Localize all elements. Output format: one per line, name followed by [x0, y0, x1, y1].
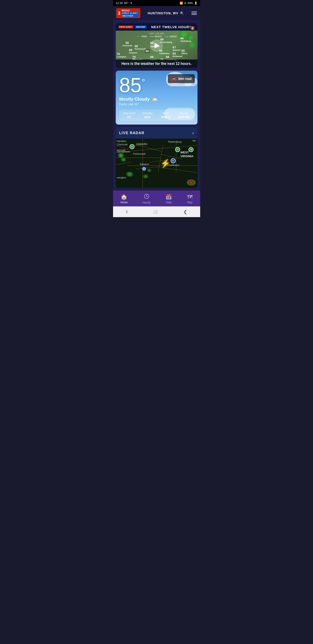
- menu-button[interactable]: [191, 12, 197, 15]
- video-card: FIRST ALERT WEATHER NEXT TWELVE HOURS SA…: [116, 23, 198, 68]
- mute-button[interactable]: 🔇: [189, 25, 196, 31]
- video-title: NEXT TWELVE HOURS: [148, 25, 195, 29]
- notification-icon: ✕: [130, 1, 132, 5]
- interstate-71: 71: [130, 144, 134, 149]
- main-content: FIRST ALERT WEATHER NEXT TWELVE HOURS SA…: [113, 20, 200, 190]
- play-button[interactable]: [150, 39, 163, 52]
- hamburger-line2: [191, 13, 197, 14]
- radar-blob-a: [117, 153, 124, 158]
- first-alert-badge: FIRST ALERT: [118, 26, 133, 28]
- wet-road-label: Wet road: [178, 77, 192, 80]
- radar-map[interactable]: Hamilton Cincinnati ncinnati . Chillicot…: [116, 139, 198, 188]
- search-icon[interactable]: 🔍: [180, 12, 184, 15]
- humidity-value: 62%: [139, 116, 156, 119]
- legend-snow: SNOW: [164, 35, 177, 38]
- road-d3: [160, 154, 182, 159]
- app-header: 3 WSAZ FIRST ALERT WEATHER HUNTINGTON, W…: [113, 6, 200, 20]
- status-bar: 12:30 85° ✕ 📶 ⊘ 69% 🔋: [113, 0, 200, 6]
- legend-dot-snow: [164, 36, 169, 37]
- interstate-77-mid: 77: [171, 158, 176, 163]
- temp-lexington: 70Lexington: [117, 52, 126, 58]
- location-dot: [143, 167, 146, 170]
- video-overlay: FIRST ALERT WEATHER NEXT TWELVE HOURS: [116, 23, 198, 31]
- battery-display: 69%: [187, 2, 193, 5]
- label-cincinnati: Cincinnati: [117, 143, 128, 146]
- radar-blob-c: [126, 172, 134, 177]
- recent-apps-button[interactable]: ⦀: [126, 209, 128, 214]
- weather-badge: WEATHER: [135, 26, 146, 28]
- radar-blob-f: [147, 169, 151, 172]
- home-icon: 🏠: [121, 194, 127, 200]
- radar-title: LIVE RADAR: [119, 131, 145, 135]
- sunset-label: Sunset: [175, 112, 193, 115]
- temp-status: 85°: [124, 1, 129, 5]
- home-button[interactable]: ⬜: [153, 210, 158, 214]
- logo-number: 3: [118, 11, 120, 16]
- radar-blob-e: [187, 179, 196, 186]
- road-d6: [116, 162, 131, 165]
- home-label: Home: [120, 201, 128, 204]
- stat-wind: Wind SSW 6: [157, 112, 174, 119]
- wifi-icon: 📶: [180, 2, 183, 5]
- stat-sunset: Sunset 8:37 PM: [175, 112, 193, 119]
- nav-map[interactable]: 🗺 Map: [185, 193, 195, 205]
- nav-daily[interactable]: 📅 Daily: [163, 193, 175, 205]
- legend-dot-rain: [136, 36, 141, 37]
- weather-stats: Dew Point 71° Humidity 62% Wind SSW 6 Su…: [119, 110, 194, 121]
- road-v3: [176, 141, 176, 172]
- alarm-icon: ⊘: [184, 2, 186, 5]
- wet-road-icon: 🚗: [171, 76, 177, 82]
- legend-snow-label: SNOW: [170, 35, 177, 38]
- wind-value: SSW 6: [157, 116, 174, 119]
- dew-point-value: 71°: [121, 116, 138, 119]
- logo-weather: WEATHER: [122, 14, 139, 17]
- mute-icon: 🔇: [190, 26, 195, 31]
- radar-header[interactable]: LIVE RADAR ›: [116, 127, 198, 139]
- video-caption: Here is the weather for the next 12 hour…: [116, 60, 198, 68]
- sunset-value: 8:37 PM: [175, 116, 193, 119]
- temp-huntington: 68: [145, 49, 150, 53]
- bottom-nav: 🏠 Home Hourly 📅 Daily 🗺 Map: [113, 190, 200, 206]
- time-display: 12:30: [116, 1, 123, 5]
- location-text: HUNTINGTON, WV: [148, 12, 178, 15]
- stat-humidity: Humidity 62%: [139, 112, 156, 119]
- condition-text: Mostly Cloudy: [119, 96, 150, 102]
- logo-text: WSAZ FIRST ALERT WEATHER: [122, 9, 139, 17]
- daily-label: Daily: [166, 201, 172, 204]
- stat-dew-point: Dew Point 71°: [121, 112, 138, 119]
- radar-blob-d: [143, 174, 149, 178]
- radar-blob-b: [121, 158, 126, 162]
- legend-mixed-label: MIXED: [155, 35, 162, 38]
- label-parkersburg: Parkersburg: [168, 140, 182, 143]
- battery-icon: 🔋: [194, 2, 198, 5]
- radar-card: LIVE RADAR ›: [116, 127, 198, 188]
- hamburger-line1: [191, 12, 197, 12]
- app-logo: 3 WSAZ FIRST ALERT WEATHER: [116, 8, 140, 18]
- wet-road-badge: 🚗 Wet road: [168, 74, 195, 83]
- condition-icon: ⛅: [151, 96, 158, 102]
- degree-symbol: °: [142, 77, 145, 87]
- weather-card: 🚗 Wet road 85° Mostly Cloudy ⛅ Feels Lik…: [116, 71, 198, 124]
- road-d7: [136, 166, 160, 169]
- label-chillicothe: Chillicothe: [136, 143, 148, 145]
- condition-row: Mostly Cloudy ⛅: [119, 96, 194, 102]
- temp-cincinnati: 69Cincinnati: [122, 41, 132, 47]
- nav-hourly[interactable]: Hourly: [140, 193, 153, 205]
- road-d8: [160, 167, 197, 173]
- video-time: SAT 1:00 AM: [116, 32, 198, 35]
- back-button[interactable]: ❮: [183, 209, 187, 214]
- label-portsmouth: Portsmouth: [133, 152, 146, 155]
- temperature-value: 85: [119, 74, 142, 96]
- legend-rain: RAIN: [136, 35, 147, 38]
- humidity-label: Humidity: [139, 112, 156, 115]
- label-mc: Mc: [193, 139, 196, 142]
- status-left: 12:30 85° ✕: [116, 1, 132, 5]
- hourly-label: Hourly: [143, 201, 150, 204]
- nav-home[interactable]: 🏠 Home: [118, 193, 130, 205]
- system-nav: ⦀ ⬜ ❮: [113, 206, 200, 217]
- legend-dot-mixed: [150, 36, 154, 37]
- label-hamilton: Hamilton: [117, 140, 126, 142]
- hourly-icon: [144, 194, 149, 200]
- radar-arrow: ›: [192, 130, 194, 136]
- legend-rain-label: RAIN: [142, 35, 147, 38]
